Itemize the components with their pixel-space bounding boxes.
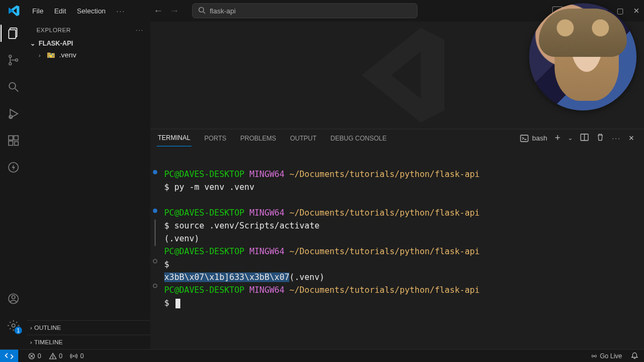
prompt-userhost: PC@DAVES-DESKTOP [164,208,244,218]
svg-point-18 [12,324,15,327]
tab-output[interactable]: OUTPUT [289,130,318,146]
svg-rect-12 [14,136,18,140]
search-placeholder: flask-api [210,7,236,15]
explorer-title: EXPLORER [36,27,71,33]
tab-terminal[interactable]: TERMINAL [157,130,192,146]
sidebar-section-outline[interactable]: › OUTLINE [27,320,150,335]
remote-indicator-icon[interactable] [0,350,18,363]
svg-point-6 [16,59,18,61]
svg-rect-20 [47,53,50,54]
svg-rect-14 [14,142,18,145]
activity-source-control-icon[interactable] [6,53,21,68]
activity-run-debug-icon[interactable] [6,106,21,121]
python-folder-icon [47,51,56,59]
svg-point-17 [12,295,15,299]
activity-extensions-icon[interactable] [6,133,21,148]
settings-badge: 1 [14,327,22,334]
tree-item-label: .venv [59,51,76,59]
svg-rect-3 [9,30,16,39]
svg-point-7 [9,83,16,89]
panel-tabs: TERMINAL PORTS PROBLEMS OUTPUT DEBUG CON… [150,129,644,147]
prompt-cwd: ~/Documents/tutorials/python/flask-api [289,169,480,179]
chevron-down-icon: ⌄ [29,40,36,47]
chevron-right-icon: › [30,324,32,331]
svg-rect-11 [9,136,13,140]
new-terminal-icon[interactable]: + [555,132,561,144]
prompt-symbol: $ [164,260,169,269]
terminal-dropdown-icon[interactable]: ⌄ [568,135,573,142]
split-terminal-icon[interactable] [580,133,589,143]
svg-point-5 [9,63,11,65]
nav-forward-icon[interactable]: → [170,5,179,17]
activity-bar: 1 [0,21,27,349]
terminal-shell-selector[interactable]: bash [520,134,547,143]
svg-point-0 [199,7,203,12]
prompt-shell: MINGW64 [250,285,284,295]
status-bar: 0 0 0 Go Live [0,349,644,362]
prompt-userhost: PC@DAVES-DESKTOP [164,169,244,179]
prompt-userhost: PC@DAVES-DESKTOP [164,285,244,295]
svg-marker-9 [10,109,18,118]
tree-item-venv[interactable]: › .venv [27,49,150,61]
status-warnings[interactable]: 0 [49,352,63,360]
svg-line-8 [15,88,18,92]
vscode-watermark-icon [338,21,456,129]
prompt-cwd: ~/Documents/tutorials/python/flask-api [289,208,480,218]
shell-name: bash [532,134,547,142]
tab-ports[interactable]: PORTS [203,130,228,146]
venv-indicator: (.venv) [289,272,324,282]
prompt-userhost: PC@DAVES-DESKTOP [164,247,244,256]
terminal-marker-outline-icon [153,259,157,263]
status-ports[interactable]: 0 [70,352,84,360]
prompt-shell: MINGW64 [250,247,284,256]
nav-back-icon[interactable]: ← [153,5,163,17]
prompt-shell: MINGW64 [250,169,284,179]
search-icon [198,6,206,16]
terminal-marker-outline-icon [153,284,157,288]
timeline-label: TIMELINE [34,339,63,345]
ports-count: 0 [80,352,84,360]
svg-rect-13 [9,141,13,145]
venv-indicator: (.venv) [164,234,199,243]
menu-selection[interactable]: Selection [72,5,109,17]
menu-overflow-icon[interactable]: ··· [112,5,130,17]
outline-label: OUTLINE [34,324,61,331]
panel-close-icon[interactable]: ✕ [628,134,634,142]
prompt-symbol: $ [164,298,169,308]
explorer-root-folder[interactable]: ⌄ FLASK-API [27,38,150,49]
kill-terminal-icon[interactable] [596,133,604,143]
explorer-more-icon[interactable]: ··· [136,27,144,33]
terminal-cursor [175,299,180,308]
status-errors[interactable]: 0 [28,352,41,360]
chevron-right-icon: › [30,339,32,345]
panel-more-icon[interactable]: ··· [612,134,621,142]
terminal-command-2: source .venv/Scripts/activate [174,221,320,231]
prompt-cwd: ~/Documents/tutorials/python/flask-api [289,247,480,256]
status-go-live[interactable]: Go Live [590,352,622,360]
activity-thunder-icon[interactable] [6,160,21,175]
menu-file[interactable]: File [28,5,48,17]
svg-line-1 [203,11,205,13]
activity-accounts-icon[interactable] [6,291,21,306]
warnings-count: 0 [59,352,63,360]
activity-settings-icon[interactable]: 1 [6,318,21,333]
activity-search-icon[interactable] [6,79,21,94]
tab-debug-console[interactable]: DEBUG CONSOLE [330,130,388,146]
terminal-marker-icon [153,209,157,213]
terminal-view[interactable]: PC@DAVES-DESKTOP MINGW64 ~/Documents/tut… [150,147,644,349]
prompt-symbol: $ [164,182,169,192]
window-maximize-icon[interactable]: ▢ [617,6,624,15]
activity-explorer-icon[interactable] [6,26,21,41]
svg-point-4 [9,55,11,57]
status-notifications-icon[interactable] [631,352,639,360]
svg-point-28 [594,355,595,356]
webcam-overlay [529,3,636,110]
vscode-logo-icon [8,4,20,17]
command-center-search[interactable]: flask-api [192,3,418,18]
tab-problems[interactable]: PROBLEMS [239,130,277,146]
explorer-sidebar: EXPLORER ··· ⌄ FLASK-API › .venv › OUTLI… [27,21,150,349]
window-close-icon[interactable]: ✕ [633,6,640,15]
menu-edit[interactable]: Edit [50,5,70,17]
go-live-label: Go Live [600,352,622,360]
sidebar-section-timeline[interactable]: › TIMELINE [27,335,150,349]
